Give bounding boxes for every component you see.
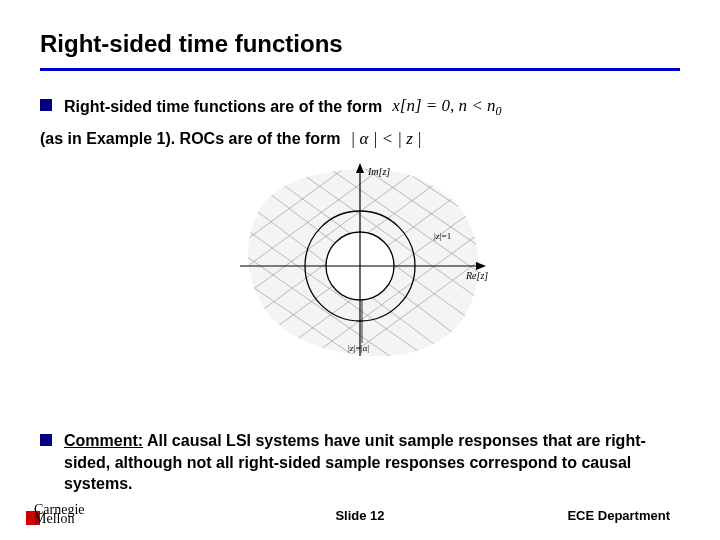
line-2: (as in Example 1). ROCs are of the form … [40,128,680,151]
math-condition-main: x[n] = 0, n < n [392,96,495,115]
bullet-2-content: Comment: All causal LSI systems have uni… [64,430,680,495]
math-roc: | α | < | z | [351,128,422,151]
slide: Right-sided time functions Right-sided t… [0,0,720,540]
roc-figure-wrap: Im[z] Re[z] |z|=1 |z|=|α| [40,161,680,361]
comment-label: Comment: [64,432,143,449]
bullet-2: Comment: All causal LSI systems have uni… [40,430,680,501]
fig-unit-label: |z|=1 [434,231,451,241]
line-2-text: (as in Example 1). ROCs are of the form [40,128,341,150]
title-rule [40,68,680,71]
bullet-1-text: Right-sided time functions are of the fo… [64,96,382,118]
svg-marker-5 [476,262,486,270]
bullet-1-content: Right-sided time functions are of the fo… [64,95,501,120]
math-condition-sub: 0 [495,104,501,118]
svg-marker-3 [356,163,364,173]
slide-title: Right-sided time functions [40,30,680,58]
slide-number: Slide 12 [335,508,384,523]
fig-re-label: Re[z] [465,270,488,281]
fig-alpha-label: |z|=|α| [348,343,369,353]
fig-im-label: Im[z] [367,166,390,177]
university-logo: Carnegie Mellon [26,504,85,526]
math-condition: x[n] = 0, n < n0 [392,95,501,120]
bullet-square-icon [40,99,52,111]
footer: Carnegie Mellon Slide 12 ECE Department [0,500,720,530]
bullet-square-icon [40,434,52,446]
department-label: ECE Department [567,508,670,523]
comment-body: All causal LSI systems have unit sample … [64,432,646,492]
roc-figure: Im[z] Re[z] |z|=1 |z|=|α| [230,161,490,361]
bullet-1: Right-sided time functions are of the fo… [40,95,680,120]
